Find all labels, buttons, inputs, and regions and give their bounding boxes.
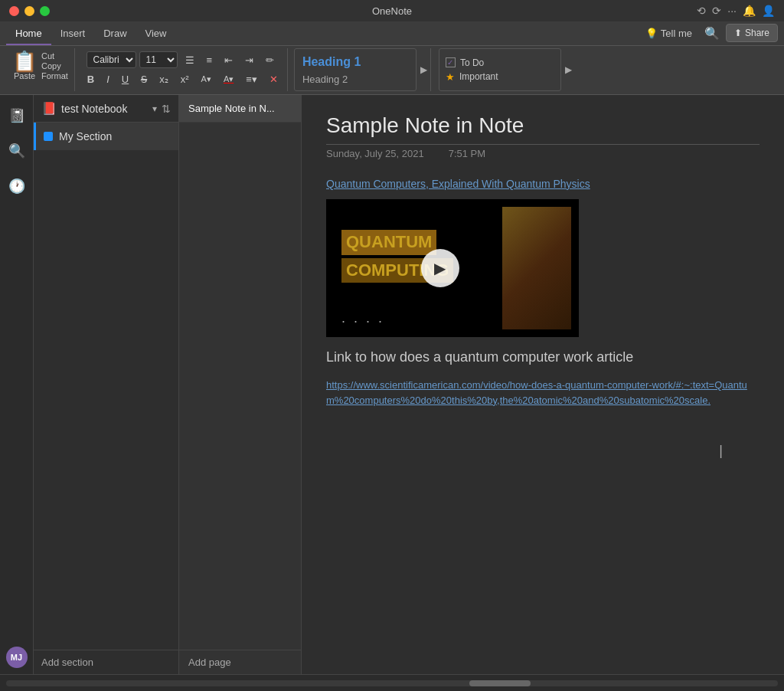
share-label: Share: [745, 28, 769, 38]
sort-icon[interactable]: ⇅: [162, 103, 171, 115]
video-thumbnail[interactable]: QUANTUM COMPUTING ▶ · · · ·: [326, 199, 579, 337]
todo-tag[interactable]: ✓ To Do: [446, 57, 554, 68]
todo-label: To Do: [460, 57, 484, 68]
article-url-link[interactable]: https://www.scientificamerican.com/video…: [326, 379, 747, 406]
styles-expand-icon[interactable]: ▶: [419, 64, 427, 75]
tab-insert[interactable]: Insert: [51, 23, 95, 45]
section-label: My Section: [59, 130, 112, 142]
minimize-button[interactable]: [24, 6, 34, 16]
share-button[interactable]: ⬆ Share: [726, 24, 778, 42]
window-controls: [9, 6, 50, 16]
heading2-label: Heading 2: [302, 74, 348, 85]
app-title: OneNote: [372, 5, 412, 17]
video-decoration: [502, 207, 571, 329]
tell-me-label: Tell me: [661, 28, 692, 39]
numbering-button[interactable]: ≡: [202, 52, 217, 68]
note-date: Sunday, July 25, 2021: [326, 148, 424, 159]
indent-button[interactable]: ⇥: [240, 52, 258, 68]
tags-expand-icon[interactable]: ▶: [564, 64, 572, 75]
clipboard-group: 📋 Paste Cut Copy Format: [6, 48, 75, 91]
share-icon: ⬆: [734, 28, 742, 38]
section-item-my-section[interactable]: My Section: [34, 123, 178, 150]
heading2-style[interactable]: Heading 2: [295, 71, 416, 87]
font-row1: Calibri 11 ☰ ≡ ⇤ ⇥ ✏: [87, 51, 279, 68]
font-size-select[interactable]: 11: [139, 51, 178, 68]
todo-checkbox[interactable]: ✓: [446, 57, 456, 67]
add-section-button[interactable]: Add section: [34, 650, 178, 674]
subscript-button[interactable]: x₂: [155, 71, 173, 87]
notebook-chevron-icon[interactable]: ▾: [152, 103, 157, 114]
superscript-button[interactable]: x²: [176, 71, 194, 87]
note-title: Sample Note in Note: [326, 113, 760, 145]
font-group: Calibri 11 ☰ ≡ ⇤ ⇥ ✏ B I U S̶ x₂ x² A▾ A…: [78, 48, 288, 91]
tab-draw[interactable]: Draw: [94, 23, 136, 45]
tags-panel: ✓ To Do ★ Important: [439, 48, 561, 91]
horizontal-scrollbar[interactable]: [6, 680, 778, 686]
paste-button[interactable]: 📋 Paste: [12, 51, 37, 80]
video-dots-decoration: · · · ·: [341, 313, 384, 329]
close-button[interactable]: [9, 6, 19, 16]
account-icon[interactable]: 👤: [762, 5, 775, 17]
main-layout: 📓 🔍 🕐 MJ 📕 test Notebook ▾ ⇅ My Section …: [0, 95, 784, 674]
titlebar: OneNote ⟲ ⟳ ··· 🔔 👤: [0, 0, 784, 21]
video-play-button[interactable]: ▶: [421, 249, 459, 287]
redo-button[interactable]: ⟳: [712, 5, 721, 17]
pages-panel: Sample Note in N... Add page: [179, 95, 302, 674]
copy-button[interactable]: Copy: [41, 61, 68, 70]
strikethrough-button[interactable]: S̶: [136, 71, 152, 87]
more-options-button[interactable]: ···: [727, 5, 737, 17]
font-family-select[interactable]: Calibri: [87, 51, 136, 68]
align-button[interactable]: ≡▾: [241, 71, 262, 87]
format-button[interactable]: Format: [41, 71, 68, 80]
italic-button[interactable]: I: [102, 71, 114, 87]
notification-icon[interactable]: 🔔: [743, 5, 756, 17]
clipboard-actions: Cut Copy Format: [41, 51, 68, 80]
eraser-button[interactable]: ✏: [261, 52, 279, 68]
add-page-button[interactable]: Add page: [179, 650, 301, 674]
sidebar-notebook-icon[interactable]: 📓: [5, 104, 28, 127]
user-avatar[interactable]: MJ: [6, 647, 28, 668]
search-icon[interactable]: 🔍: [704, 26, 720, 41]
note-time: 7:51 PM: [449, 148, 485, 159]
text-cursor: |: [719, 443, 723, 459]
note-metadata: Sunday, July 25, 2021 7:51 PM: [326, 148, 760, 159]
underline-button[interactable]: U: [117, 71, 133, 87]
star-icon: ★: [446, 71, 455, 83]
styles-panel: Heading 1 Heading 2: [294, 48, 416, 91]
maximize-button[interactable]: [40, 6, 50, 16]
tags-group: ✓ To Do ★ Important ▶: [434, 48, 577, 91]
notebook-panel: 📕 test Notebook ▾ ⇅ My Section Add secti…: [34, 95, 179, 674]
font-color-button[interactable]: A▾: [219, 72, 238, 87]
tab-view[interactable]: View: [136, 23, 176, 45]
styles-group: Heading 1 Heading 2 ▶: [291, 48, 431, 91]
sidebar-search-icon[interactable]: 🔍: [5, 139, 28, 162]
tab-home[interactable]: Home: [6, 23, 51, 45]
important-label: Important: [459, 71, 498, 82]
section-color-indicator: [44, 132, 53, 141]
tell-me-button[interactable]: 💡 Tell me: [639, 25, 698, 42]
notebook-header: 📕 test Notebook ▾ ⇅: [34, 95, 178, 123]
video-title-line1: QUANTUM: [341, 230, 436, 255]
notebook-title[interactable]: test Notebook: [61, 103, 148, 115]
highlight-button[interactable]: A▾: [197, 72, 216, 87]
lightbulb-icon: 💡: [645, 28, 658, 39]
left-sidebar: 📓 🔍 🕐 MJ: [0, 95, 34, 674]
cut-button[interactable]: Cut: [41, 51, 68, 61]
article-heading: Link to how does a quantum computer work…: [326, 349, 760, 365]
note-area: Sample Note in Note Sunday, July 25, 202…: [302, 95, 784, 674]
scrollbar-thumb[interactable]: [469, 680, 531, 686]
undo-button[interactable]: ⟲: [697, 5, 706, 17]
quantum-computers-link[interactable]: Quantum Computers, Explained With Quantu…: [326, 178, 760, 190]
page-item-sample-note[interactable]: Sample Note in N...: [179, 95, 301, 123]
font-row2: B I U S̶ x₂ x² A▾ A▾ ≡▾ ✕: [83, 71, 283, 87]
notebook-icon: 📕: [41, 101, 57, 116]
outdent-button[interactable]: ⇤: [220, 52, 237, 68]
bullets-button[interactable]: ☰: [181, 52, 199, 68]
close-button-2[interactable]: ✕: [265, 71, 283, 87]
ribbon-tabs: Home Insert Draw View 💡 Tell me 🔍 ⬆ Shar…: [0, 21, 784, 46]
important-tag[interactable]: ★ Important: [446, 71, 554, 83]
bold-button[interactable]: B: [83, 71, 99, 87]
sidebar-recent-icon[interactable]: 🕐: [5, 175, 28, 198]
heading1-style[interactable]: Heading 1: [295, 53, 416, 71]
heading1-label: Heading 1: [302, 55, 361, 68]
